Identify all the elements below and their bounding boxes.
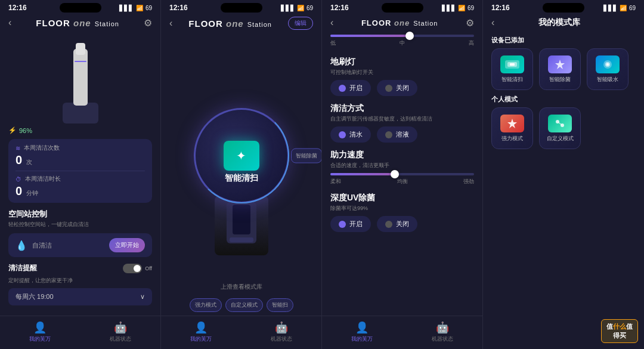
brand-1: FLOOR one Station — [36, 18, 119, 28]
clean-water[interactable]: 清水 — [330, 126, 371, 143]
floor-light-off[interactable]: 关闭 — [377, 80, 417, 96]
robot-icon-1: 🤖 — [114, 321, 127, 334]
schedule-dropdown[interactable]: 每周六 19:00 ∨ — [8, 288, 152, 305]
vacuum-svg — [51, 37, 110, 126]
nav-status-1[interactable]: 🤖 机器状态 — [110, 321, 131, 343]
reminder-toggle[interactable] — [123, 264, 142, 273]
broom-icon: ≋ — [16, 145, 20, 152]
added-modes-grid: 智能清扫 智能除菌 智能吸水 — [491, 48, 636, 90]
slider-high: 高 — [469, 39, 474, 47]
mode-tab-3[interactable]: 智能扫 — [267, 298, 293, 312]
stats-divider — [16, 171, 145, 171]
slider-track-top — [330, 35, 474, 37]
weekly-cleans-label: 本周清洁次数 — [24, 144, 60, 152]
weekly-duration-row: ⏱ 本周清洁时长 — [16, 175, 145, 183]
speed-labels: 柔和 均衡 强劲 — [330, 178, 474, 186]
mode-sub-badge: 智能除菌 — [291, 149, 322, 163]
radio-on-floor — [339, 85, 346, 92]
mode-5-label: 自定义模式 — [547, 135, 574, 143]
notch-1 — [60, 3, 101, 13]
mode-circle-main[interactable]: ✦ 智能清扫 — [194, 108, 289, 203]
mode-3-label: 智能吸水 — [597, 76, 618, 84]
radio-uv-on — [339, 221, 346, 228]
uv-sub: 除菌率可达99% — [330, 205, 474, 212]
mode-card-5[interactable]: 自定义模式 — [539, 107, 581, 149]
brand-station-1: Station — [95, 20, 119, 27]
panel-mode-library: 12:16 ▋▋▋ 📶 69 ‹ 我的模式库 设备已添加 智能清扫 — [483, 0, 644, 349]
speed-balance: 均衡 — [397, 178, 408, 186]
signal-icons-3: ▋▋▋ 📶 69 — [442, 5, 474, 11]
settings-icon-3[interactable]: ⚙ — [466, 17, 474, 29]
back-icon-2[interactable]: ‹ — [169, 18, 172, 29]
uv-on-label: 开启 — [349, 220, 363, 228]
brand-station-2: Station — [247, 21, 272, 28]
weekly-duration-unit: 分钟 — [26, 190, 38, 196]
mode-library-content: 设备已添加 智能清扫 智能除菌 — [483, 31, 644, 349]
slider-labels-top: 低 中 高 — [330, 39, 474, 47]
nav-mine-3[interactable]: 👤 我的芙万 — [351, 321, 373, 343]
time-2: 12:16 — [169, 4, 188, 12]
self-clean-card[interactable]: 💧 自清洁 立即开始 — [8, 233, 152, 257]
station-svg — [224, 202, 259, 249]
circle-arc — [194, 108, 289, 203]
uv-toggle: 开启 关闭 — [330, 216, 474, 232]
radio-uv-off — [385, 221, 392, 228]
mode-card-3[interactable]: 智能吸水 — [587, 48, 628, 90]
battery-percent: 96% — [19, 127, 32, 134]
nav-mine-2[interactable]: 👤 我的芙万 — [190, 321, 212, 343]
nav-mine-1[interactable]: 👤 我的芙万 — [29, 321, 51, 343]
weekly-duration-value: 0 — [16, 184, 22, 197]
floor-light-on[interactable]: 开启 — [330, 80, 371, 96]
clean-mode-label: 自清洁 — [32, 241, 104, 250]
speed-sub: 合适的速度，清洁更顺手 — [330, 162, 474, 169]
nav-status-label-1: 机器状态 — [110, 335, 131, 343]
suction-svg — [599, 58, 616, 71]
mode-sub-text: 智能除菌 — [296, 153, 317, 159]
nav-status-label-3: 机器状态 — [432, 335, 453, 343]
brand-logo-3: FLOOR one — [361, 18, 410, 27]
uv-off[interactable]: 关闭 — [377, 216, 417, 232]
mode-tabs: 强力模式 自定义模式 智能扫 — [161, 295, 321, 316]
top-slider[interactable]: 低 中 高 — [330, 35, 474, 47]
speed-slider[interactable]: 柔和 均衡 强劲 — [330, 173, 474, 186]
clean-solution[interactable]: 溶液 — [377, 126, 417, 143]
brand-logo-1: FLOOR one — [36, 18, 91, 28]
bottom-nav-3: 👤 我的芙万 🤖 机器状态 — [322, 316, 482, 349]
added-section-header: 设备已添加 — [491, 36, 636, 45]
sterilize-svg — [552, 58, 568, 71]
uv-section: 深度UV除菌 除菌率可达99% 开启 关闭 — [330, 193, 474, 232]
svg-rect-6 — [230, 237, 253, 242]
notch-3 — [382, 3, 423, 13]
brand-3: FLOOR one Station — [361, 18, 438, 27]
panel-home: 12:16 ▋▋▋ 📶 69 ‹ FLOOR one Station ⚙ — [0, 0, 161, 349]
svg-rect-5 — [233, 205, 250, 234]
nav-status-2[interactable]: 🤖 机器状态 — [271, 321, 292, 343]
reminder-title: 清洁提醒 — [8, 263, 37, 273]
slider-fill-top — [330, 35, 410, 37]
uv-on[interactable]: 开启 — [330, 216, 371, 232]
time-3: 12:16 — [330, 4, 349, 12]
mode-card-1[interactable]: 智能清扫 — [491, 48, 533, 90]
personal-section-header: 个人模式 — [491, 95, 636, 104]
mode-4-label: 强力模式 — [501, 135, 523, 143]
mode-tab-2[interactable]: 自定义模式 — [225, 298, 263, 312]
toggle-container[interactable]: Off — [123, 264, 152, 273]
back-icon-1[interactable]: ‹ — [8, 17, 11, 28]
status-bar-1: 12:16 ▋▋▋ 📶 69 — [0, 0, 160, 14]
signal-icon-1: ▋▋▋ — [119, 5, 134, 11]
mode-1-label: 智能清扫 — [501, 76, 523, 84]
back-icon-3[interactable]: ‹ — [330, 17, 333, 28]
mode-card-2[interactable]: 智能除菌 — [539, 48, 581, 90]
back-icon-4[interactable]: ‹ — [491, 17, 494, 28]
slider-thumb-top[interactable] — [405, 32, 414, 40]
mode-tab-1[interactable]: 强力模式 — [190, 298, 222, 312]
start-button[interactable]: 立即开始 — [109, 238, 145, 252]
status-bar-3: 12:16 ▋▋▋ 📶 69 — [322, 0, 482, 14]
nav-status-3[interactable]: 🤖 机器状态 — [432, 321, 453, 343]
settings-icon-1[interactable]: ⚙ — [144, 17, 152, 29]
edit-button[interactable]: 编辑 — [288, 17, 313, 30]
mode-card-4[interactable]: 强力模式 — [491, 107, 533, 149]
clean-method-toggle: 清水 溶液 — [330, 126, 474, 143]
floor-light-title: 地刷灯 — [330, 57, 474, 67]
slider-thumb-speed[interactable] — [391, 170, 399, 178]
